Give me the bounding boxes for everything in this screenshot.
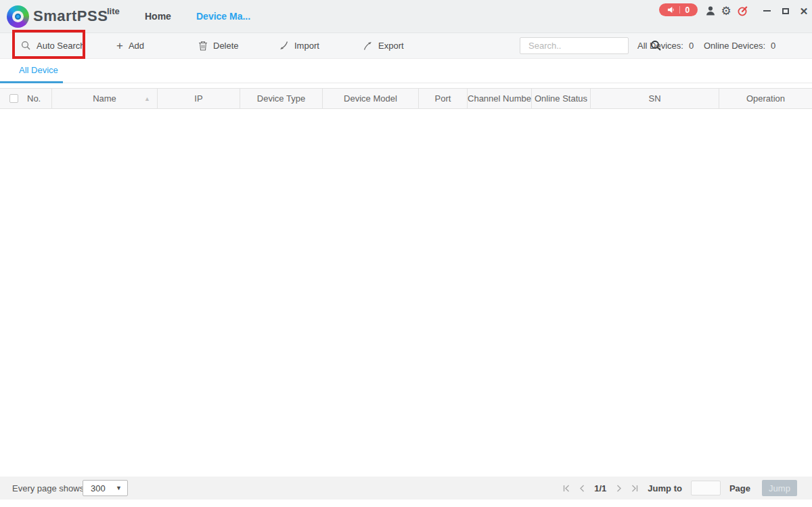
search-icon [21, 41, 31, 51]
device-group-tabs: All Device [0, 59, 812, 83]
page-size-label: Every page shows [12, 483, 84, 493]
jump-to-page-input[interactable] [691, 481, 721, 495]
device-toolbar: Auto Search + Add Delete Import Export [0, 33, 812, 59]
spacer [0, 83, 812, 88]
next-page-button[interactable] [614, 483, 623, 493]
select-all-checkbox[interactable] [9, 94, 18, 103]
all-devices-value: 0 [689, 41, 694, 51]
logo-center-dot [15, 14, 21, 20]
auto-search-label: Auto Search [37, 41, 85, 51]
previous-page-button[interactable] [577, 483, 587, 493]
column-port: Port [419, 89, 468, 108]
logo-inner-ring [12, 11, 24, 22]
import-button[interactable]: Import [279, 33, 319, 58]
export-icon [363, 41, 373, 51]
column-sn: SN [591, 89, 719, 108]
column-operation: Operation [719, 89, 812, 108]
column-device-model: Device Model [323, 89, 419, 108]
import-label: Import [294, 41, 319, 51]
first-page-button[interactable] [562, 483, 571, 493]
pagination-bar: Every page shows 300 ▼ 1/1 [0, 477, 812, 500]
trash-icon [198, 41, 208, 51]
column-no-label: No. [27, 93, 41, 104]
tab-home[interactable]: Home [145, 11, 171, 22]
online-devices-count: Online Devices: 0 [704, 33, 775, 58]
add-label: Add [129, 41, 144, 51]
plus-icon: + [116, 39, 123, 53]
column-channel-number: Channel Numbe [468, 89, 532, 108]
badge-divider [679, 6, 680, 14]
active-tab-underline [0, 81, 63, 83]
delete-button[interactable]: Delete [198, 33, 239, 58]
speaker-icon [667, 6, 675, 14]
alarm-count: 0 [685, 5, 690, 15]
person-icon [705, 5, 716, 16]
page-indicator: 1/1 [594, 483, 606, 493]
export-button[interactable]: Export [363, 33, 404, 58]
minimize-button[interactable] [761, 5, 772, 16]
device-search-box [520, 37, 629, 54]
tab-device-manager[interactable]: Device Ma... [196, 11, 250, 22]
sort-ascending-icon[interactable]: ▲ [144, 95, 150, 102]
first-page-icon [562, 484, 571, 493]
window-bottom-edge [0, 500, 812, 507]
delete-label: Delete [213, 41, 239, 51]
smartpss-lite-window: SmartPSS lite Home Device Ma... 0 ⚙ [0, 0, 812, 507]
all-devices-count: All Devices: 0 [637, 33, 694, 58]
all-devices-label: All Devices: [637, 41, 683, 51]
brand-title: SmartPSS [33, 7, 108, 25]
last-page-button[interactable] [629, 483, 639, 493]
column-no: No. [0, 89, 52, 108]
performance-monitor-button[interactable] [736, 4, 749, 18]
chevron-right-icon [614, 484, 623, 493]
last-page-icon [630, 484, 639, 493]
tab-all-device[interactable]: All Device [19, 65, 58, 75]
smartpss-logo-icon [7, 5, 29, 28]
column-ip: IP [158, 89, 240, 108]
pager-controls: 1/1 Jump to Page Jump [562, 477, 797, 500]
column-online-status: Online Status [532, 89, 591, 108]
column-device-type: Device Type [240, 89, 323, 108]
brand-lite-suffix: lite [107, 6, 120, 16]
page-size-value: 300 [83, 483, 116, 493]
chevron-down-icon: ▼ [116, 485, 127, 491]
close-button[interactable]: ✕ [798, 5, 809, 16]
title-bar: SmartPSS lite Home Device Ma... 0 ⚙ [0, 0, 812, 33]
jump-button[interactable]: Jump [762, 480, 797, 496]
page-word-label: Page [729, 483, 750, 493]
online-devices-value: 0 [771, 41, 775, 51]
add-button[interactable]: + Add [116, 33, 144, 58]
user-account-button[interactable] [704, 4, 717, 18]
column-name[interactable]: Name ▲ [52, 89, 158, 108]
device-table-header: No. Name ▲ IP Device Type Device Model P… [0, 88, 812, 109]
column-name-label: Name [93, 93, 116, 104]
auto-search-button[interactable]: Auto Search [21, 33, 85, 58]
close-icon: ✕ [800, 6, 809, 16]
import-icon [279, 41, 289, 51]
gauge-icon [737, 5, 748, 17]
export-label: Export [378, 41, 404, 51]
alarm-badge[interactable]: 0 [659, 3, 698, 16]
jump-to-label: Jump to [648, 483, 682, 493]
online-devices-label: Online Devices: [704, 41, 765, 51]
device-search-input[interactable] [520, 41, 650, 51]
device-table-body-empty [0, 109, 812, 477]
chevron-left-icon [578, 484, 587, 493]
maximize-button[interactable] [780, 5, 791, 16]
maximize-icon [782, 8, 789, 14]
settings-button[interactable]: ⚙ [719, 4, 733, 18]
page-size-dropdown[interactable]: 300 ▼ [83, 480, 128, 496]
minimize-icon [763, 10, 771, 12]
gear-icon: ⚙ [721, 5, 731, 17]
